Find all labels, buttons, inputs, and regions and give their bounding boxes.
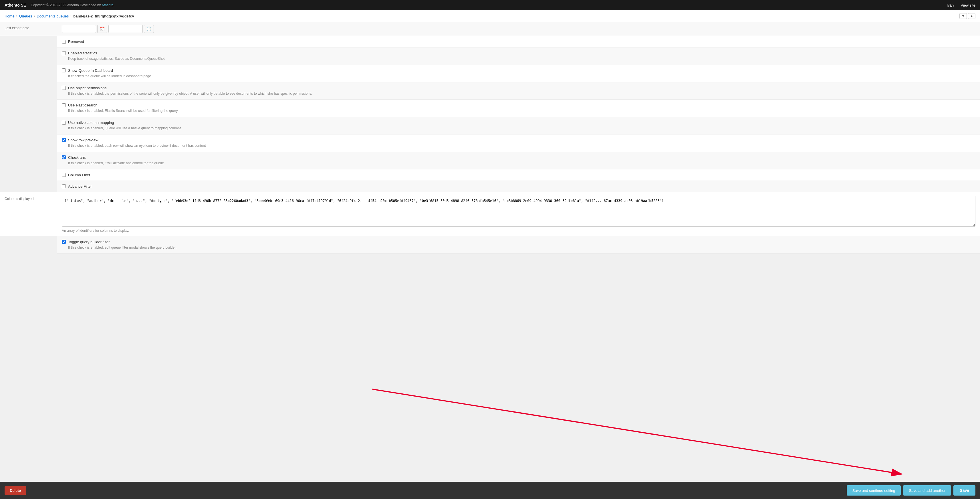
- advance-filter-checkbox[interactable]: [62, 184, 66, 188]
- bottom-actions-group: Save and continue editing Save and add a…: [847, 485, 975, 496]
- save-continue-editing-button[interactable]: Save and continue editing: [847, 485, 901, 496]
- toggle-query-builder-label[interactable]: Toggle query builder filter: [62, 240, 975, 244]
- enabled-statistics-checkbox[interactable]: [62, 51, 66, 55]
- top-navigation-bar: Athento SE Copyright © 2018-2022 Athento…: [0, 0, 980, 10]
- show-row-preview-checkbox[interactable]: [62, 138, 66, 142]
- date-input[interactable]: [62, 25, 96, 33]
- show-row-preview-label[interactable]: Show row preview: [62, 138, 975, 142]
- show-queue-dashboard-text: Show Queue In Dashboard: [68, 69, 113, 73]
- use-elasticsearch-text: Use elasticsearch: [68, 103, 97, 107]
- last-export-date-row: Last export date 📅 🕐: [0, 22, 980, 36]
- use-native-column-mapping-label[interactable]: Use native column mapping: [62, 120, 975, 125]
- enabled-statistics-help: Keep track of usage statistics. Saved as…: [68, 56, 975, 61]
- show-queue-dashboard-label[interactable]: Show Queue In Dashboard: [62, 69, 975, 73]
- removed-row: Removed: [57, 36, 980, 48]
- columns-displayed-label: Columns displayed: [5, 196, 62, 233]
- use-native-column-mapping-row: Use native column mapping If this check …: [57, 117, 980, 134]
- breadcrumb-separator-3: ›: [70, 14, 72, 18]
- show-row-preview-text: Show row preview: [68, 138, 99, 142]
- last-export-date-field: 📅 🕐: [57, 22, 980, 36]
- use-native-column-mapping-text: Use native column mapping: [68, 120, 114, 125]
- use-native-column-mapping-checkbox[interactable]: [62, 121, 66, 125]
- toggle-query-builder-help: If this check is enabled, edit queue fil…: [68, 245, 975, 250]
- use-object-permissions-text: Use object permissions: [68, 86, 107, 90]
- toggle-query-builder-text: Toggle query builder filter: [68, 240, 110, 244]
- clock-button[interactable]: 🕐: [144, 25, 154, 33]
- view-site-link[interactable]: View site: [961, 3, 975, 8]
- use-native-column-mapping-help: If this check is enabled, Queue will use…: [68, 126, 975, 131]
- show-row-preview-help: If this check is enabled, each row will …: [68, 143, 975, 148]
- show-queue-dashboard-row: Show Queue In Dashboard If checked the q…: [57, 65, 980, 82]
- column-filter-row: Column Filter: [57, 169, 980, 181]
- clock-icon: 🕐: [146, 27, 151, 31]
- removed-checkbox[interactable]: [62, 40, 66, 44]
- breadcrumb-separator-1: ›: [16, 14, 18, 18]
- columns-displayed-field: ["status", "author", "dc:title", "a...",…: [62, 196, 975, 233]
- last-export-date-label: Last export date: [0, 22, 57, 36]
- athento-link[interactable]: Athento: [102, 3, 113, 7]
- breadcrumb-documents-queues[interactable]: Documents queues: [37, 14, 68, 18]
- expand-button[interactable]: ▲: [968, 13, 975, 19]
- show-queue-dashboard-help: If checked the queue will be loaded in d…: [68, 74, 975, 79]
- use-object-permissions-label[interactable]: Use object permissions: [62, 86, 975, 90]
- check-ans-text: Check ans: [68, 155, 86, 159]
- columns-displayed-help: An array of identifiers for columns to d…: [62, 229, 975, 233]
- use-object-permissions-checkbox[interactable]: [62, 86, 66, 90]
- enabled-statistics-label[interactable]: Enabled statistics: [62, 51, 975, 55]
- use-object-permissions-help: If this check is enabled, the permission…: [68, 91, 975, 96]
- columns-displayed-textarea[interactable]: ["status", "author", "dc:title", "a...",…: [62, 196, 975, 226]
- collapse-button[interactable]: ▼: [959, 13, 967, 19]
- show-row-preview-row: Show row preview If this check is enable…: [57, 134, 980, 152]
- toggle-query-builder-row: Toggle query builder filter If this chec…: [57, 236, 980, 254]
- advance-filter-label[interactable]: Advance Filter: [62, 184, 975, 188]
- toggle-query-builder-checkbox[interactable]: [62, 240, 66, 244]
- breadcrumb-actions: ▼ ▲: [959, 13, 975, 19]
- save-button[interactable]: Save: [953, 485, 975, 496]
- calendar-button[interactable]: 📅: [97, 25, 107, 33]
- show-queue-dashboard-checkbox[interactable]: [62, 69, 66, 72]
- advance-filter-text: Advance Filter: [68, 184, 92, 188]
- main-content: Last export date 📅 🕐 Removed Enabled st: [0, 22, 980, 499]
- user-display-name: Iván: [947, 3, 954, 8]
- check-ans-label[interactable]: Check ans: [62, 155, 975, 159]
- calendar-icon: 📅: [100, 27, 105, 31]
- save-add-another-button[interactable]: Save and add another: [903, 485, 951, 496]
- use-elasticsearch-row: Use elasticsearch If this check is enabl…: [57, 100, 980, 117]
- use-object-permissions-row: Use object permissions If this check is …: [57, 82, 980, 100]
- time-input[interactable]: [108, 25, 143, 33]
- enabled-statistics-text: Enabled statistics: [68, 51, 97, 55]
- removed-text: Removed: [68, 40, 84, 44]
- bottom-action-bar: Delete Save and continue editing Save an…: [0, 482, 980, 499]
- date-input-group: 📅 🕐: [62, 25, 975, 33]
- check-ans-checkbox[interactable]: [62, 155, 66, 159]
- breadcrumb-bar: Home › Queues › Documents queues › bande…: [0, 10, 980, 22]
- column-filter-text: Column Filter: [68, 173, 90, 177]
- check-ans-help: If this check is enabled, it will activa…: [68, 161, 975, 166]
- advance-filter-row: Advance Filter: [57, 181, 980, 192]
- enabled-statistics-row: Enabled statistics Keep track of usage s…: [57, 48, 980, 65]
- breadcrumb-home[interactable]: Home: [5, 14, 14, 18]
- breadcrumb-current: bandejas-2_tmjrghqgcqtxrygdsfcy: [73, 14, 134, 18]
- use-elasticsearch-label[interactable]: Use elasticsearch: [62, 103, 975, 107]
- columns-displayed-row: Columns displayed ["status", "author", "…: [0, 192, 980, 236]
- use-elasticsearch-checkbox[interactable]: [62, 103, 66, 107]
- check-ans-row: Check ans If this check is enabled, it w…: [57, 152, 980, 169]
- column-filter-label[interactable]: Column Filter: [62, 173, 975, 177]
- breadcrumb-separator-2: ›: [34, 14, 35, 18]
- breadcrumb: Home › Queues › Documents queues › bande…: [5, 14, 134, 18]
- breadcrumb-queues[interactable]: Queues: [19, 14, 32, 18]
- copyright-text: Copyright © 2018-2022 Athento Developed …: [30, 3, 947, 7]
- brand-name: Athento SE: [5, 3, 26, 8]
- column-filter-checkbox[interactable]: [62, 173, 66, 177]
- delete-button[interactable]: Delete: [5, 486, 26, 495]
- removed-label[interactable]: Removed: [62, 40, 975, 44]
- use-elasticsearch-help: If this check is enabled, Elastic Search…: [68, 108, 975, 113]
